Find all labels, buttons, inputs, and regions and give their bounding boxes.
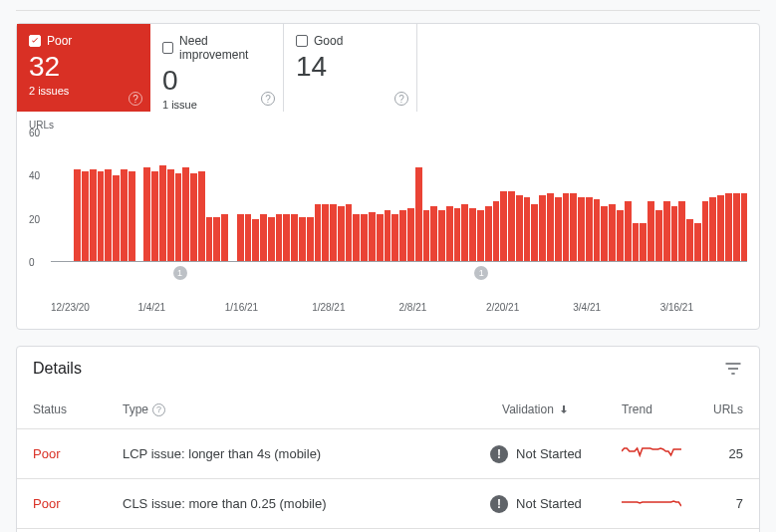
chart-bar: [190, 173, 197, 262]
chart-bar: [516, 195, 523, 262]
chart-bar: [322, 204, 329, 263]
chart-bar: [361, 214, 368, 262]
table-row[interactable]: PoorCLS issue: more than 0.25 (mobile)!N…: [17, 479, 759, 529]
chart-bar: [508, 191, 515, 263]
chart-bar: [531, 204, 538, 263]
chart-bar: [601, 206, 608, 262]
chart-bar: [307, 217, 314, 263]
chart-bar: [524, 197, 531, 262]
chart-bar: [276, 214, 283, 262]
chart-bar: [291, 214, 298, 262]
chart-bar: [563, 193, 570, 262]
chart-bar: [461, 204, 468, 263]
arrow-down-icon: [558, 403, 570, 415]
status-card-sub: 2 issues: [29, 85, 138, 97]
chart-bar: [655, 210, 662, 262]
cell-status: Poor: [17, 479, 107, 529]
chart-bar: [113, 175, 120, 262]
table-row[interactable]: PoorLCP issue: longer than 4s (mobile)!N…: [17, 429, 759, 479]
chart-bar: [167, 169, 174, 262]
chart-bar: [415, 167, 422, 262]
chart-bar: [617, 210, 624, 262]
filter-icon[interactable]: [723, 359, 743, 379]
overview-panel: Poor322 issues?Need improvement01 issue?…: [16, 23, 760, 330]
chart-bar: [430, 206, 437, 262]
chart-annotation[interactable]: 1: [474, 266, 488, 280]
chart-bar: [213, 217, 220, 263]
chart-bar: [283, 214, 290, 262]
chart-bar: [725, 193, 732, 262]
status-card-value: 14: [296, 52, 404, 83]
chart-bar: [438, 210, 445, 262]
chart-bar: [493, 201, 500, 262]
chart-bar: [469, 208, 476, 262]
chart-bar: [74, 169, 81, 262]
exclamation-icon: !: [490, 495, 508, 513]
chart-bar: [578, 197, 585, 262]
help-icon[interactable]: ?: [394, 92, 408, 106]
y-tick: 60: [29, 128, 40, 138]
chart-bar: [391, 214, 398, 262]
chart-bar: [151, 171, 158, 262]
chart-bar: [338, 206, 345, 262]
exclamation-icon: !: [490, 445, 508, 463]
status-card-poor[interactable]: Poor322 issues?: [17, 24, 150, 112]
x-tick: 1/16/21: [225, 302, 312, 313]
x-tick: 1/28/21: [312, 302, 398, 313]
chart-bar: [252, 219, 259, 262]
status-card-value: 0: [162, 66, 271, 97]
chart-bar: [399, 210, 406, 262]
issues-table: Status Type? Validation Trend URLs PoorL…: [17, 391, 759, 529]
col-urls[interactable]: URLs: [697, 391, 759, 429]
status-card-sub: [296, 85, 404, 97]
cell-urls: 7: [697, 479, 759, 529]
chart-bar: [260, 214, 267, 262]
details-title: Details: [33, 360, 82, 378]
chart-bar: [594, 199, 601, 262]
chart-bar: [121, 169, 128, 262]
chart-bar: [647, 201, 654, 262]
chart-bar: [90, 169, 97, 262]
cell-urls: 25: [697, 429, 759, 479]
chart-bar: [485, 206, 492, 262]
checkbox-icon: [29, 35, 41, 47]
chart-annotation[interactable]: 1: [173, 266, 187, 280]
status-card-good[interactable]: Good14 ?: [284, 24, 417, 112]
status-card-label: Poor: [47, 34, 72, 48]
chart-bar: [625, 201, 632, 262]
col-status[interactable]: Status: [17, 391, 107, 429]
status-card-value: 32: [29, 52, 138, 83]
cell-validation: !Not Started: [466, 479, 606, 529]
cell-validation: !Not Started: [466, 429, 606, 479]
chart-bar: [299, 217, 306, 263]
status-card-label: Good: [314, 34, 343, 48]
status-card-label: Need improvement: [179, 34, 271, 62]
chart-bar: [446, 206, 453, 262]
chart-bar: [609, 204, 616, 263]
status-card-sub: 1 issue: [162, 99, 271, 111]
col-type[interactable]: Type?: [107, 391, 466, 429]
chart-bar: [555, 197, 562, 262]
chart-bar: [407, 208, 414, 262]
chart-bar: [586, 197, 593, 262]
details-panel: Details Status Type? Validation Trend UR…: [16, 346, 760, 532]
chart-bar: [82, 171, 89, 262]
chart-bar: [369, 212, 376, 262]
col-validation[interactable]: Validation: [466, 391, 606, 429]
chart-bar: [709, 197, 716, 262]
chart-bar: [105, 169, 112, 262]
help-icon[interactable]: ?: [261, 92, 275, 106]
status-card-need-improvement[interactable]: Need improvement01 issue?: [150, 24, 284, 112]
cell-trend: [606, 479, 697, 529]
help-icon[interactable]: ?: [152, 403, 165, 416]
chart-bar: [477, 210, 484, 262]
chart-bar: [570, 193, 577, 262]
help-icon[interactable]: ?: [129, 92, 142, 106]
y-tick: 20: [29, 213, 40, 224]
chart-bar: [539, 195, 546, 262]
chart-bar: [702, 201, 709, 262]
x-tick: 2/20/21: [486, 302, 573, 313]
chart-bar: [129, 171, 135, 262]
chart-bar: [640, 223, 647, 262]
chart-bar: [547, 193, 554, 262]
